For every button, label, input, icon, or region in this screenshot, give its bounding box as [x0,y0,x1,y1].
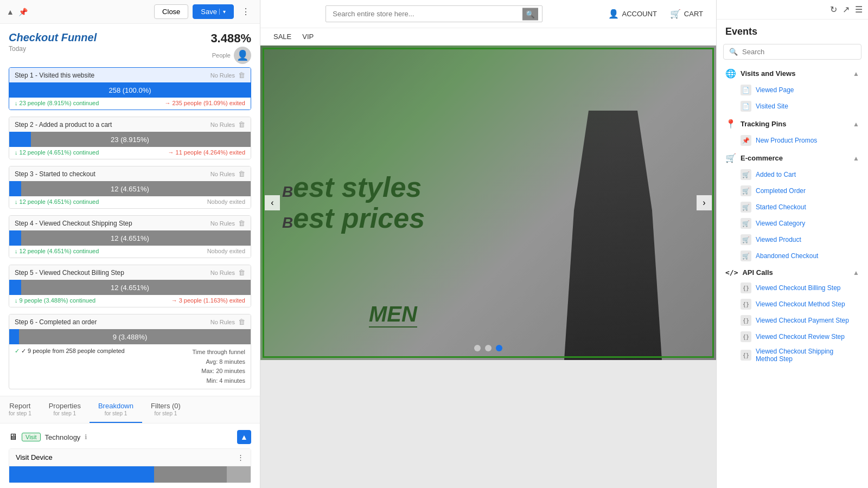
event-added-to-cart[interactable]: 🛒 Added to Cart [725,166,859,183]
bar-tablet [227,466,251,483]
step-4-continued: 12 people (4.651%) continued [15,248,99,254]
step-3-fill [9,181,21,196]
review-step-icon: {} [741,331,751,342]
event-viewed-category[interactable]: 🛒 Viewed Category [725,215,859,232]
save-button[interactable]: Save ▾ [193,4,234,19]
tab-filters[interactable]: Filters (0) for step 1 [142,396,189,423]
more-options-button[interactable]: ⋮ [238,4,253,19]
event-started-checkout[interactable]: 🛒 Started Checkout [725,199,859,215]
viewed-product-label: Viewed Product [756,236,801,243]
step-1-delete-icon[interactable]: 🗑 [238,71,245,79]
expand-button[interactable]: ▲ [237,430,251,444]
event-viewed-checkout-review[interactable]: {} Viewed Checkout Review Step [725,329,859,345]
api-icon: </> [725,268,738,277]
collapse-ecommerce-icon: ▲ [853,155,859,162]
check-icon: ✓ [15,348,20,354]
events-search-bar: 🔍 [723,44,861,60]
tab-report[interactable]: Report for step 1 [0,396,40,423]
dot-1[interactable] [474,345,481,351]
account-nav: 👤 ACCOUNT [608,9,657,19]
step-2-delete-icon[interactable]: 🗑 [238,120,245,129]
category-visits-views-label: Visits and Views [741,69,795,78]
search-bar: 🔍 [326,5,542,22]
event-viewed-checkout-shipping-method[interactable]: {} Viewed Checkout Shipping Method Step [725,345,859,365]
hero-line2: Best prices [282,203,425,234]
category-ecommerce-header[interactable]: 🛒 E-commerce ▲ [725,153,859,163]
category-tracking-pins-header[interactable]: 📍 Tracking Pins ▲ [725,119,859,129]
event-new-product-promos[interactable]: 📌 New Product Promos [725,132,859,149]
step-6-card: Step 6 - Completed an order No Rules 🗑 9… [9,314,251,389]
viewed-page-icon: 📄 [741,85,751,95]
category-visits-views-header[interactable]: 🌐 Visits and Views ▲ [725,68,859,79]
menu-vip[interactable]: VIP [302,33,314,41]
step-6-delete-icon[interactable]: 🗑 [238,318,245,326]
event-visited-site[interactable]: 📄 Visited Site [725,98,859,114]
event-viewed-checkout-method[interactable]: {} Viewed Checkout Method Step [725,296,859,312]
search-button[interactable]: 🔍 [522,8,538,20]
menu-sale[interactable]: SALE [273,33,291,41]
event-abandoned-checkout[interactable]: 🛒 Abandoned Checkout [725,248,859,264]
step-3-rules: No Rules 🗑 [210,170,245,178]
event-viewed-checkout-payment[interactable]: {} Viewed Checkout Payment Step [725,312,859,329]
hero-text-line1: est styles [293,171,422,203]
external-link-button[interactable]: ↗ [843,4,850,15]
step-4-count: 12 (4.651%) [111,234,149,242]
events-search-input[interactable] [742,48,856,56]
review-step-label: Viewed Checkout Review Step [756,333,845,341]
step-3-title: Step 3 - Started to checkout [15,170,95,178]
hero-next-button[interactable]: › [697,195,712,210]
right-panel: ↻ ↗ ☰ Events 🔍 🌐 Visits and Views ▲ 📄 Vi… [716,0,868,488]
step-1-exited: → 235 people (91.09%) exited [164,100,245,106]
site-topbar: 🔍 👤 ACCOUNT 🛒 CART [260,0,716,28]
visit-device-title: Visit Device [16,453,53,461]
step-6-count: 9 (3.488%) [113,333,148,341]
tab-properties[interactable]: Properties for step 1 [40,396,90,423]
visited-site-label: Visited Site [756,102,788,110]
breakdown-header: 🖥 Visit Technology ℹ ▲ [9,430,251,444]
step-5-count: 12 (4.651%) [111,284,149,292]
bar-mobile [154,466,227,483]
cart-icon: 🛒 [670,9,681,19]
step-4-delete-icon[interactable]: 🗑 [238,219,245,227]
viewed-product-icon: 🛒 [741,234,751,245]
search-input[interactable] [326,5,542,22]
event-viewed-page[interactable]: 📄 Viewed Page [725,82,859,98]
step-4-card: Step 4 - Viewed Checkout Shipping Step N… [9,215,251,258]
added-to-cart-label: Added to Cart [756,171,796,178]
collapse-api-icon: ▲ [853,269,859,277]
step-2-card: Step 2 - Added a product to a cart No Ru… [9,117,251,159]
step-2-header: Step 2 - Added a product to a cart No Ru… [9,117,251,132]
step-3-count: 12 (4.651%) [111,185,149,193]
visit-device-options[interactable]: ⋮ [237,453,244,461]
men-label: MEN [369,302,417,328]
cart-category-icon: 🛒 [725,153,736,163]
list-view-button[interactable]: ☰ [855,4,863,15]
step-5-bar: 12 (4.651%) [9,280,251,295]
hero-prev-button[interactable]: ‹ [265,195,280,210]
website-preview: 🔍 👤 ACCOUNT 🛒 CART SALE VIP Best styles [260,0,716,488]
dot-3[interactable] [496,345,502,351]
event-viewed-checkout-billing[interactable]: {} Viewed Checkout Billing Step [725,280,859,296]
left-panel: ▲ 📌 Close Save ▾ ⋮ Checkout Funnel Today… [0,0,260,488]
cart-nav[interactable]: 🛒 CART [670,9,703,19]
step-5-header: Step 5 - Viewed Checkout Billing Step No… [9,265,251,280]
funnel-header: Checkout Funnel Today 3.488% People 👤 [0,24,260,67]
event-viewed-product[interactable]: 🛒 Viewed Product [725,232,859,248]
category-api-calls-header[interactable]: </> API Calls ▲ [725,268,859,277]
refresh-button[interactable]: ↻ [830,4,837,15]
dot-2[interactable] [485,345,492,351]
collapse-pins-icon: ▲ [853,120,859,128]
close-button[interactable]: Close [154,4,188,19]
avg-time: Avg: 8 minutes [193,357,245,367]
tab-breakdown[interactable]: Breakdown for step 1 [90,396,142,423]
bar-computer [9,466,154,483]
event-completed-order[interactable]: 🛒 Completed Order [725,183,859,199]
step-5-delete-icon[interactable]: 🗑 [238,268,245,277]
visit-badge: Visit [22,433,41,441]
step-3-delete-icon[interactable]: 🗑 [238,170,245,178]
step-1-continued: 23 people (8.915%) continued [15,100,99,106]
step-6-header: Step 6 - Completed an order No Rules 🗑 [9,314,251,329]
step-4-rules: No Rules 🗑 [210,219,245,227]
completed-order-label: Completed Order [756,187,806,195]
step-6-bar: 9 (3.488%) [9,329,251,344]
